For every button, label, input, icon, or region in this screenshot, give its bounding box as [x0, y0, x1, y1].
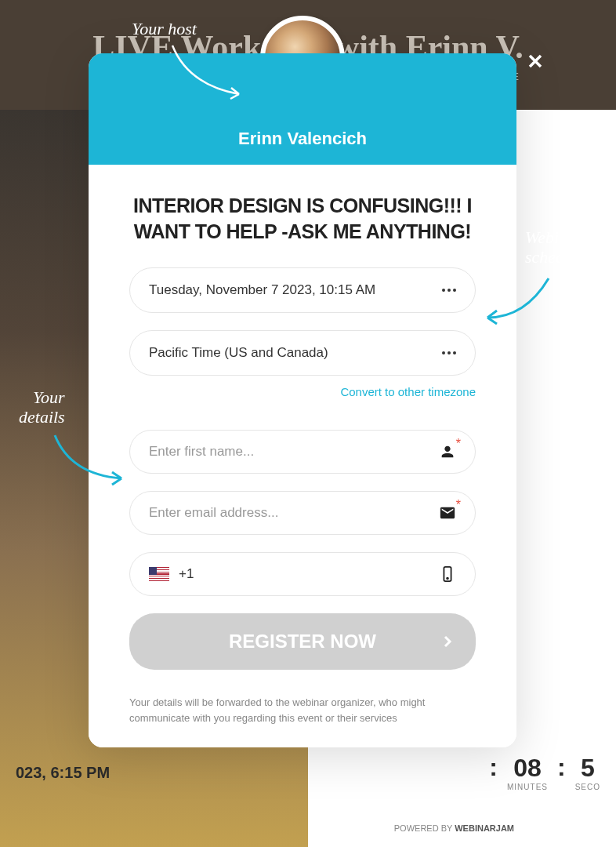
more-icon: [442, 289, 456, 292]
phone-icon: [439, 565, 456, 583]
modal-header: Erinn Valencich: [89, 53, 516, 165]
register-button[interactable]: REGISTER NOW: [129, 613, 476, 670]
phone-field-wrapper: [129, 552, 476, 596]
person-icon: *: [439, 443, 456, 460]
modal-body: INTERIOR DESIGN IS CONFUSING!!! I WANT T…: [89, 165, 516, 747]
more-icon: [442, 351, 456, 354]
first-name-field-wrapper: *: [129, 430, 476, 474]
chevron-right-icon: [438, 632, 457, 651]
date-select[interactable]: Tuesday, November 7 2023, 10:15 AM: [129, 267, 476, 313]
flag-us-icon[interactable]: [149, 567, 169, 581]
close-button[interactable]: [524, 50, 548, 74]
background-footer: 023, 6:15 PM : 08 MINUTES : 5 SECO: [0, 741, 616, 804]
required-indicator: *: [456, 498, 461, 512]
modal-title: INTERIOR DESIGN IS CONFUSING!!! I WANT T…: [129, 193, 476, 244]
footer-date: 023, 6:15 PM: [16, 764, 110, 782]
disclaimer-text: Your details will be forwarded to the we…: [129, 695, 476, 725]
svg-point-1: [447, 578, 448, 580]
email-field-wrapper: *: [129, 491, 476, 535]
email-icon: *: [439, 504, 456, 522]
powered-by: POWERED BY WEBINARJAM: [394, 823, 514, 833]
countdown-minutes: 08 MINUTES: [507, 754, 548, 791]
required-indicator: *: [456, 437, 461, 451]
close-icon: [524, 50, 546, 72]
email-input[interactable]: [149, 505, 439, 521]
date-select-value: Tuesday, November 7 2023, 10:15 AM: [149, 282, 375, 298]
registration-modal: Erinn Valencich INTERIOR DESIGN IS CONFU…: [89, 53, 516, 747]
timezone-select-value: Pacific Time (US and Canada): [149, 345, 328, 361]
countdown-seconds: 5 SECO: [575, 754, 600, 791]
convert-timezone-link[interactable]: Convert to other timezone: [129, 385, 476, 398]
register-button-label: REGISTER NOW: [229, 631, 376, 653]
phone-input[interactable]: [179, 566, 439, 582]
countdown: : 08 MINUTES : 5 SECO: [489, 754, 600, 791]
first-name-input[interactable]: [149, 444, 439, 460]
host-name: Erinn Valencich: [238, 129, 367, 149]
timezone-select[interactable]: Pacific Time (US and Canada): [129, 330, 476, 376]
